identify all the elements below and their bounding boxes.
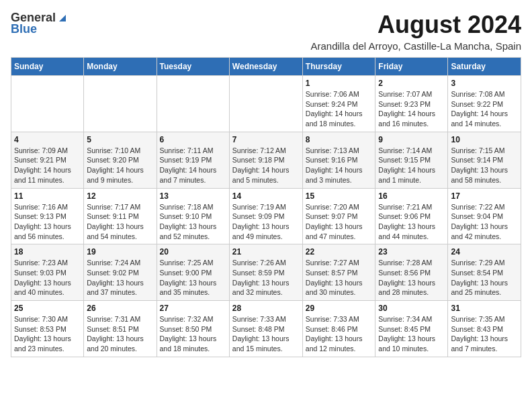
table-row: 4Sunrise: 7:09 AM Sunset: 9:21 PM Daylig…: [11, 132, 84, 188]
day-info: Sunrise: 7:29 AM Sunset: 8:54 PM Dayligh…: [451, 258, 518, 298]
col-tuesday: Tuesday: [157, 58, 229, 76]
day-number: 7: [232, 135, 300, 144]
table-row: 15Sunrise: 7:20 AM Sunset: 9:07 PM Dayli…: [302, 188, 375, 244]
day-info: Sunrise: 7:30 AM Sunset: 8:53 PM Dayligh…: [14, 314, 81, 354]
table-row: 24Sunrise: 7:29 AM Sunset: 8:54 PM Dayli…: [448, 244, 521, 301]
col-sunday: Sunday: [11, 58, 84, 76]
day-info: Sunrise: 7:17 AM Sunset: 9:11 PM Dayligh…: [87, 202, 153, 242]
table-row: 8Sunrise: 7:13 AM Sunset: 9:16 PM Daylig…: [302, 132, 375, 188]
calendar-week-row: 11Sunrise: 7:16 AM Sunset: 9:13 PM Dayli…: [11, 188, 521, 244]
day-number: 20: [160, 247, 226, 257]
day-info: Sunrise: 7:08 AM Sunset: 9:22 PM Dayligh…: [451, 89, 518, 129]
day-number: 13: [160, 191, 226, 201]
day-info: Sunrise: 7:18 AM Sunset: 9:10 PM Dayligh…: [160, 202, 226, 242]
day-info: Sunrise: 7:15 AM Sunset: 9:14 PM Dayligh…: [451, 146, 518, 185]
day-number: 10: [451, 135, 518, 144]
calendar-header-row: Sunday Monday Tuesday Wednesday Thursday…: [11, 58, 521, 76]
day-info: Sunrise: 7:25 AM Sunset: 9:00 PM Dayligh…: [160, 258, 226, 298]
subtitle: Arandilla del Arroyo, Castille-La Mancha…: [311, 40, 522, 52]
table-row: [11, 76, 84, 132]
table-row: 10Sunrise: 7:15 AM Sunset: 9:14 PM Dayli…: [448, 132, 521, 188]
day-info: Sunrise: 7:07 AM Sunset: 9:23 PM Dayligh…: [378, 89, 445, 129]
table-row: 7Sunrise: 7:12 AM Sunset: 9:18 PM Daylig…: [229, 132, 302, 188]
table-row: 2Sunrise: 7:07 AM Sunset: 9:23 PM Daylig…: [375, 76, 448, 132]
day-info: Sunrise: 7:19 AM Sunset: 9:09 PM Dayligh…: [232, 202, 300, 242]
day-number: 15: [306, 191, 373, 201]
day-info: Sunrise: 7:09 AM Sunset: 9:21 PM Dayligh…: [14, 146, 81, 185]
table-row: [229, 76, 302, 132]
table-row: 18Sunrise: 7:23 AM Sunset: 9:03 PM Dayli…: [11, 244, 84, 301]
day-number: 30: [378, 304, 445, 313]
day-info: Sunrise: 7:11 AM Sunset: 9:19 PM Dayligh…: [160, 146, 226, 185]
table-row: 17Sunrise: 7:22 AM Sunset: 9:04 PM Dayli…: [448, 188, 521, 244]
day-info: Sunrise: 7:16 AM Sunset: 9:13 PM Dayligh…: [14, 202, 81, 242]
table-row: 27Sunrise: 7:32 AM Sunset: 8:50 PM Dayli…: [157, 301, 229, 357]
day-number: 12: [87, 191, 153, 201]
day-info: Sunrise: 7:12 AM Sunset: 9:18 PM Dayligh…: [232, 146, 300, 185]
day-info: Sunrise: 7:14 AM Sunset: 9:15 PM Dayligh…: [378, 146, 445, 185]
day-number: 28: [232, 304, 300, 313]
day-number: 5: [87, 135, 153, 144]
table-row: 16Sunrise: 7:21 AM Sunset: 9:06 PM Dayli…: [375, 188, 448, 244]
day-number: 11: [14, 191, 81, 201]
table-row: 30Sunrise: 7:34 AM Sunset: 8:45 PM Dayli…: [375, 301, 448, 357]
table-row: 21Sunrise: 7:26 AM Sunset: 8:59 PM Dayli…: [229, 244, 302, 301]
day-info: Sunrise: 7:24 AM Sunset: 9:02 PM Dayligh…: [87, 258, 153, 298]
table-row: 6Sunrise: 7:11 AM Sunset: 9:19 PM Daylig…: [157, 132, 229, 188]
day-number: 29: [306, 304, 373, 313]
col-saturday: Saturday: [448, 58, 521, 76]
table-row: 19Sunrise: 7:24 AM Sunset: 9:02 PM Dayli…: [84, 244, 157, 301]
table-row: 14Sunrise: 7:19 AM Sunset: 9:09 PM Dayli…: [229, 188, 302, 244]
day-number: 8: [306, 135, 373, 144]
calendar-table: Sunday Monday Tuesday Wednesday Thursday…: [11, 57, 521, 357]
calendar-week-row: 25Sunrise: 7:30 AM Sunset: 8:53 PM Dayli…: [11, 301, 521, 357]
logo-blue-text: Blue: [11, 22, 37, 36]
table-row: 26Sunrise: 7:31 AM Sunset: 8:51 PM Dayli…: [84, 301, 157, 357]
day-number: 31: [451, 304, 518, 313]
day-number: 19: [87, 247, 153, 257]
day-info: Sunrise: 7:20 AM Sunset: 9:07 PM Dayligh…: [306, 202, 373, 242]
day-number: 25: [14, 304, 81, 313]
day-number: 23: [378, 247, 445, 257]
day-number: 9: [378, 135, 445, 144]
day-info: Sunrise: 7:21 AM Sunset: 9:06 PM Dayligh…: [378, 202, 445, 242]
table-row: 23Sunrise: 7:28 AM Sunset: 8:56 PM Dayli…: [375, 244, 448, 301]
day-number: 26: [87, 304, 153, 313]
main-title: August 2024: [311, 11, 522, 39]
day-info: Sunrise: 7:33 AM Sunset: 8:46 PM Dayligh…: [306, 314, 373, 354]
day-info: Sunrise: 7:35 AM Sunset: 8:43 PM Dayligh…: [451, 314, 518, 354]
day-info: Sunrise: 7:28 AM Sunset: 8:56 PM Dayligh…: [378, 258, 445, 298]
day-number: 17: [451, 191, 518, 201]
day-info: Sunrise: 7:26 AM Sunset: 8:59 PM Dayligh…: [232, 258, 300, 298]
day-info: Sunrise: 7:23 AM Sunset: 9:03 PM Dayligh…: [14, 258, 81, 298]
calendar-week-row: 18Sunrise: 7:23 AM Sunset: 9:03 PM Dayli…: [11, 244, 521, 301]
day-info: Sunrise: 7:32 AM Sunset: 8:50 PM Dayligh…: [160, 314, 226, 354]
page-header: General Blue August 2024 Arandilla del A…: [11, 11, 521, 52]
table-row: [84, 76, 157, 132]
day-number: 27: [160, 304, 226, 313]
col-thursday: Thursday: [302, 58, 375, 76]
day-info: Sunrise: 7:27 AM Sunset: 8:57 PM Dayligh…: [306, 258, 373, 298]
day-info: Sunrise: 7:33 AM Sunset: 8:48 PM Dayligh…: [232, 314, 300, 354]
calendar-week-row: 1Sunrise: 7:06 AM Sunset: 9:24 PM Daylig…: [11, 76, 521, 132]
table-row: 3Sunrise: 7:08 AM Sunset: 9:22 PM Daylig…: [448, 76, 521, 132]
day-info: Sunrise: 7:22 AM Sunset: 9:04 PM Dayligh…: [451, 202, 518, 242]
day-info: Sunrise: 7:13 AM Sunset: 9:16 PM Dayligh…: [306, 146, 373, 185]
day-number: 4: [14, 135, 81, 144]
table-row: [157, 76, 229, 132]
day-number: 2: [378, 79, 445, 88]
table-row: 9Sunrise: 7:14 AM Sunset: 9:15 PM Daylig…: [375, 132, 448, 188]
table-row: 11Sunrise: 7:16 AM Sunset: 9:13 PM Dayli…: [11, 188, 84, 244]
table-row: 25Sunrise: 7:30 AM Sunset: 8:53 PM Dayli…: [11, 301, 84, 357]
day-info: Sunrise: 7:31 AM Sunset: 8:51 PM Dayligh…: [87, 314, 153, 354]
table-row: 22Sunrise: 7:27 AM Sunset: 8:57 PM Dayli…: [302, 244, 375, 301]
table-row: 5Sunrise: 7:10 AM Sunset: 9:20 PM Daylig…: [84, 132, 157, 188]
day-number: 24: [451, 247, 518, 257]
svg-marker-0: [59, 15, 66, 21]
col-friday: Friday: [375, 58, 448, 76]
day-info: Sunrise: 7:34 AM Sunset: 8:45 PM Dayligh…: [378, 314, 445, 354]
day-number: 14: [232, 191, 300, 201]
table-row: 31Sunrise: 7:35 AM Sunset: 8:43 PM Dayli…: [448, 301, 521, 357]
calendar-week-row: 4Sunrise: 7:09 AM Sunset: 9:21 PM Daylig…: [11, 132, 521, 188]
table-row: 1Sunrise: 7:06 AM Sunset: 9:24 PM Daylig…: [302, 76, 375, 132]
